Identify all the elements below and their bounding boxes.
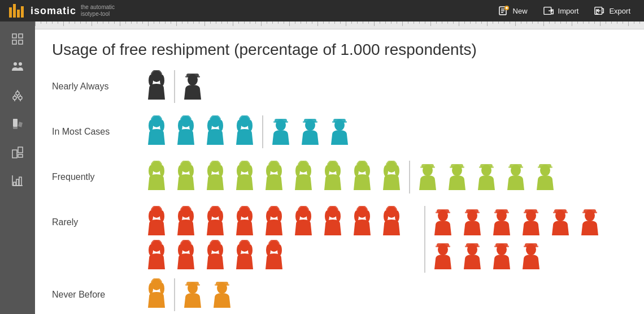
female-section [142, 161, 410, 193]
main: Usage of free reshipment (percentage of … [0, 21, 644, 314]
male-section [429, 206, 627, 273]
export-button[interactable]: Export [590, 3, 635, 19]
male-icon [488, 240, 516, 273]
male-icon [488, 206, 516, 239]
female-icon [172, 161, 200, 193]
chart-row: Rarely [52, 206, 627, 273]
male-section [179, 278, 236, 311]
female-icon [142, 161, 171, 193]
male-icon [517, 240, 545, 273]
svg-point-123 [482, 170, 490, 176]
svg-point-191 [439, 216, 447, 221]
svg-rect-15 [12, 34, 16, 38]
sidebar-item-scale[interactable] [5, 167, 31, 193]
male-icon [458, 240, 486, 273]
male-icon [576, 206, 604, 239]
svg-point-71 [306, 125, 314, 131]
svg-rect-2 [17, 10, 20, 18]
svg-rect-0 [9, 7, 12, 18]
svg-point-215 [439, 250, 447, 255]
male-icon [179, 278, 207, 311]
content: Usage of free reshipment (percentage of … [35, 21, 644, 314]
new-icon [498, 5, 510, 16]
logo-area: isomatic the automatic isotype-tool [9, 4, 487, 18]
female-icon [377, 206, 406, 239]
svg-point-239 [218, 288, 226, 294]
row-label: Rarely [52, 206, 142, 227]
female-icon [377, 161, 406, 193]
male-icon [414, 161, 442, 193]
ruler [35, 21, 644, 29]
svg-point-21 [16, 92, 19, 95]
svg-point-127 [512, 170, 520, 176]
logo-text: isomatic [31, 5, 76, 17]
svg-point-227 [527, 250, 535, 255]
female-icon [172, 206, 200, 239]
svg-point-115 [424, 170, 432, 176]
svg-point-75 [336, 125, 343, 131]
svg-point-195 [468, 216, 476, 221]
sidebar-item-settings[interactable] [5, 83, 31, 109]
female-icon [142, 115, 171, 148]
svg-rect-3 [21, 6, 24, 18]
female-icon [172, 115, 200, 148]
female-section [142, 278, 175, 311]
male-icon [429, 206, 457, 239]
export-icon [594, 5, 606, 16]
svg-point-47 [189, 80, 197, 85]
sidebar-item-arrange[interactable] [5, 139, 31, 165]
female-icon [319, 206, 347, 239]
new-button[interactable]: New [494, 3, 532, 19]
female-icon [142, 206, 171, 239]
import-button[interactable]: Import [539, 3, 584, 19]
svg-point-219 [468, 250, 476, 255]
male-icon [546, 206, 575, 239]
female-icon [142, 70, 171, 103]
svg-point-211 [586, 216, 594, 221]
row-label: Frequently [52, 161, 142, 182]
male-icon [531, 161, 559, 193]
logo-subtitle: the automatic isotype-tool [81, 4, 115, 18]
svg-rect-1 [13, 4, 16, 18]
export-label: Export [609, 7, 630, 15]
chart-row: Frequently [52, 161, 627, 200]
row-label: Nearly Always [52, 70, 142, 92]
male-icon [325, 115, 354, 148]
male-icon [429, 240, 457, 273]
female-icon [201, 115, 229, 148]
svg-point-24 [13, 96, 16, 100]
svg-point-20 [19, 62, 22, 66]
female-icon [348, 206, 376, 239]
female-icon [201, 240, 229, 273]
female-icon [260, 240, 288, 273]
female-icon [348, 161, 376, 193]
chart-row: Nearly Always [52, 70, 627, 110]
male-section [267, 115, 354, 148]
male-icon [267, 115, 295, 148]
svg-point-131 [541, 170, 549, 176]
sidebar-item-people[interactable] [5, 54, 31, 80]
svg-point-67 [277, 125, 285, 131]
svg-point-223 [498, 250, 506, 255]
new-label: New [513, 7, 528, 15]
svg-point-27 [19, 96, 22, 100]
male-icon [517, 206, 545, 239]
chart-row: Never Before [52, 278, 627, 314]
male-icon [179, 70, 207, 103]
sidebar-item-paint[interactable] [5, 111, 31, 137]
female-icon [289, 161, 317, 193]
female-icon [260, 161, 288, 193]
male-icon [458, 206, 486, 239]
import-label: Import [558, 7, 579, 15]
sidebar-item-grid[interactable] [5, 26, 31, 52]
svg-point-19 [14, 62, 17, 66]
svg-rect-33 [18, 147, 23, 153]
svg-point-203 [527, 216, 535, 221]
female-icon [172, 240, 200, 273]
female-icon [230, 115, 259, 148]
male-icon [208, 278, 236, 311]
male-section [414, 161, 559, 193]
male-icon [443, 161, 471, 193]
svg-rect-39 [19, 177, 21, 186]
female-icon [230, 206, 259, 239]
